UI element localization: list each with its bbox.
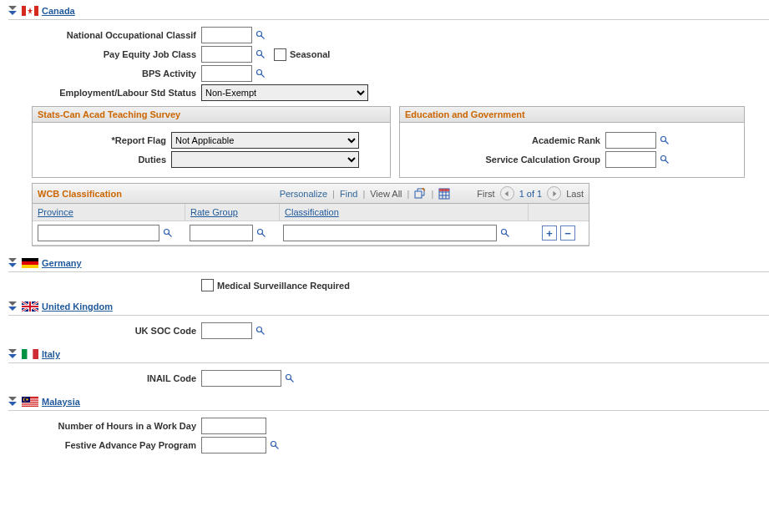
- first-text[interactable]: First: [477, 189, 494, 199]
- toggle-icon[interactable]: [8, 258, 18, 268]
- label: Duties: [41, 155, 171, 165]
- academic-rank-input[interactable]: [605, 132, 656, 149]
- lookup-icon[interactable]: [660, 155, 670, 165]
- row-uk-soc: UK SOC Code: [8, 322, 769, 339]
- row-inail: INAIL Code: [8, 370, 769, 387]
- seasonal-label: Seasonal: [290, 49, 330, 59]
- section-header-malaysia[interactable]: Malaysia: [8, 395, 769, 408]
- row-noc: National Occupational Classif: [8, 27, 769, 43]
- panel-header: Education and Government: [400, 107, 744, 123]
- toggle-icon[interactable]: [8, 397, 18, 407]
- report-flag-select[interactable]: Not Applicable: [171, 132, 359, 149]
- label: Service Calculation Group: [408, 155, 605, 165]
- label: *Report Flag: [41, 135, 171, 145]
- grid-columns: Province Rate Group Classification: [33, 204, 589, 221]
- section-title[interactable]: United Kingdom: [42, 301, 113, 312]
- find-link[interactable]: Find: [340, 189, 357, 199]
- label: BPS Activity: [8, 68, 201, 79]
- lookup-icon[interactable]: [255, 326, 266, 336]
- panel-header: Stats-Can Acad Teaching Survey: [33, 107, 390, 123]
- lookup-icon[interactable]: [660, 135, 670, 145]
- zoom-icon[interactable]: [414, 188, 426, 200]
- panel-stats-can: Stats-Can Acad Teaching Survey *Report F…: [32, 106, 391, 178]
- personalize-link[interactable]: Personalize: [280, 189, 327, 199]
- section-header-uk[interactable]: United Kingdom: [8, 300, 769, 313]
- rate-group-input[interactable]: [190, 225, 253, 241]
- med-surv-checkbox[interactable]: [201, 279, 214, 291]
- section-header-italy[interactable]: Italy: [8, 347, 769, 361]
- panel-edu-gov: Education and Government Academic Rank S…: [399, 106, 745, 178]
- flag-germany-icon: [22, 258, 38, 268]
- lookup-icon[interactable]: [285, 373, 295, 383]
- label: Number of Hours in a Work Day: [8, 421, 201, 431]
- inail-input[interactable]: [201, 370, 281, 387]
- lookup-icon[interactable]: [163, 228, 173, 238]
- seasonal-checkbox[interactable]: [274, 48, 286, 61]
- add-row-button[interactable]: +: [542, 225, 557, 241]
- label: Employment/Labour Std Status: [8, 88, 201, 98]
- label: Festive Advance Pay Program: [8, 440, 201, 450]
- toggle-icon[interactable]: [8, 6, 18, 16]
- bps-input[interactable]: [201, 65, 252, 82]
- section-title[interactable]: Malaysia: [42, 397, 80, 407]
- med-surv-label: Medical Surveillance Required: [217, 281, 350, 291]
- next-button[interactable]: [547, 186, 561, 200]
- lookup-icon[interactable]: [256, 228, 266, 238]
- section-header-germany[interactable]: Germany: [8, 256, 769, 270]
- lookup-icon[interactable]: [255, 68, 266, 79]
- lookup-icon[interactable]: [255, 30, 266, 40]
- label: INAIL Code: [8, 373, 201, 383]
- toggle-icon[interactable]: [8, 301, 18, 312]
- last-text[interactable]: Last: [566, 189, 584, 199]
- download-grid-icon[interactable]: [438, 188, 450, 200]
- grid-title: WCB Classification: [38, 189, 122, 199]
- row-pay-equity: Pay Equity Job Class Seasonal: [8, 46, 769, 63]
- flag-uk-icon: [22, 301, 38, 312]
- col-classification[interactable]: Classification: [280, 204, 529, 220]
- emp-status-select[interactable]: Non-Exempt: [201, 84, 368, 101]
- duties-select[interactable]: [171, 151, 359, 168]
- section-header-canada[interactable]: Canada: [8, 4, 769, 18]
- noc-input[interactable]: [201, 27, 252, 43]
- toggle-icon[interactable]: [8, 349, 18, 359]
- flag-italy-icon: [22, 349, 38, 359]
- section-title[interactable]: Germany: [42, 258, 82, 268]
- flag-malaysia-icon: [22, 397, 38, 407]
- pager-text: 1 of 1: [519, 189, 543, 199]
- row-hours: Number of Hours in a Work Day: [8, 418, 769, 434]
- grid-toolbar: Personalize | Find | View All | | First …: [280, 186, 584, 200]
- province-input[interactable]: [38, 225, 159, 241]
- label: National Occupational Classif: [8, 30, 201, 40]
- section-title[interactable]: Italy: [42, 349, 60, 359]
- festive-input[interactable]: [201, 437, 266, 453]
- hours-input[interactable]: [201, 418, 266, 434]
- col-rate-group[interactable]: Rate Group: [185, 204, 280, 220]
- delete-row-button[interactable]: −: [560, 225, 575, 241]
- col-province[interactable]: Province: [33, 204, 185, 220]
- lookup-icon[interactable]: [255, 49, 266, 59]
- label: UK SOC Code: [8, 326, 201, 336]
- lookup-icon[interactable]: [270, 440, 280, 450]
- section-title[interactable]: Canada: [42, 6, 75, 16]
- row-bps: BPS Activity: [8, 65, 769, 82]
- grid-row: + −: [33, 221, 589, 246]
- view-all-text[interactable]: View All: [370, 189, 402, 199]
- row-emp-status: Employment/Labour Std Status Non-Exempt: [8, 84, 769, 101]
- grid-wcb: WCB Classification Personalize | Find | …: [32, 183, 589, 246]
- label: Academic Rank: [408, 135, 605, 145]
- pay-equity-input[interactable]: [201, 46, 252, 63]
- prev-button[interactable]: [500, 186, 514, 200]
- flag-canada-icon: [22, 6, 38, 16]
- uk-soc-input[interactable]: [201, 322, 252, 339]
- label: Pay Equity Job Class: [8, 49, 201, 59]
- row-med-surv: Medical Surveillance Required: [8, 279, 769, 291]
- classification-input[interactable]: [283, 225, 497, 241]
- scg-input[interactable]: [605, 151, 656, 168]
- row-festive: Festive Advance Pay Program: [8, 437, 769, 453]
- lookup-icon[interactable]: [500, 228, 510, 238]
